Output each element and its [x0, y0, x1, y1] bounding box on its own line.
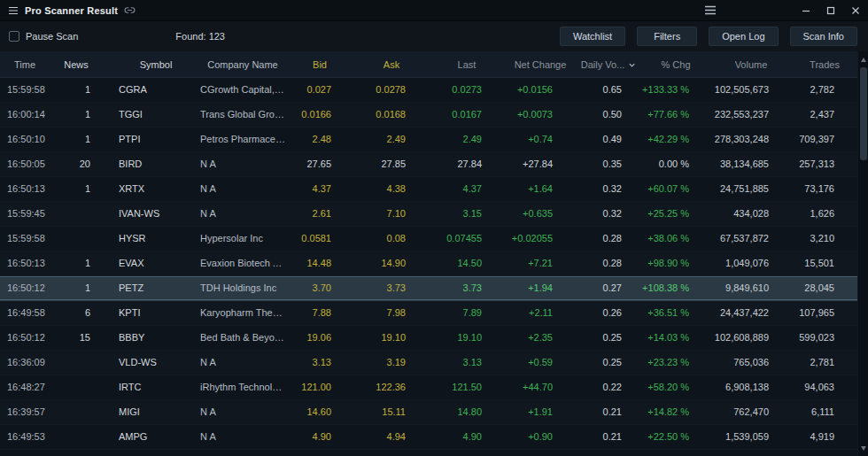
cell-trades: 709,397	[792, 128, 857, 151]
results-table: Time News Symbol Company Name Bid Ask La…	[0, 51, 868, 456]
pause-scan-label: Pause Scan	[26, 31, 78, 42]
column-header-trades[interactable]: Trades	[792, 51, 857, 77]
table-row[interactable]: 16:00:14 1 TGGI Trans Global Grou... 0.0…	[0, 103, 857, 128]
cell-last: 4.37	[429, 177, 505, 201]
cell-volume: 38,134,685	[710, 152, 792, 176]
cell-company: iRhythm Technolo...	[193, 375, 285, 399]
cell-trades: 73,176	[792, 177, 857, 201]
column-header-pctchg[interactable]: % Chg	[641, 51, 710, 77]
cell-daily-vol: 0.21	[576, 400, 641, 424]
table-row[interactable]: 16:50:05 20 BIRD N A 27.65 27.85 27.84 +…	[0, 152, 857, 177]
close-button[interactable]	[843, 0, 868, 20]
cell-bid: 3.13	[285, 351, 354, 375]
table-row[interactable]: 16:50:12 1 PETZ TDH Holdings Inc 3.70 3.…	[0, 276, 857, 301]
filters-button[interactable]: Filters	[637, 27, 697, 46]
table-row[interactable]: 16:36:09 VLD-WS N A 3.13 3.19 3.13 +0.59…	[0, 351, 857, 375]
cell-time: 15:59:45	[0, 202, 62, 226]
cell-news	[62, 351, 108, 375]
cell-ask: 19.10	[354, 326, 429, 350]
cell-net-change: +1.94	[505, 276, 576, 300]
table-row[interactable]: 16:50:13 1 EVAX Evaxion Biotech A/S 14.4…	[0, 251, 857, 276]
cell-news	[62, 227, 108, 251]
cell-volume: 1,049,076	[710, 251, 792, 275]
cell-news	[62, 400, 108, 424]
column-header-bid[interactable]: Bid	[285, 51, 354, 77]
cell-bid: 0.0166	[285, 103, 354, 127]
cell-time: 16:50:05	[0, 152, 62, 176]
cell-ask: 0.0278	[354, 78, 429, 102]
cell-daily-vol: 0.28	[576, 251, 641, 275]
column-header-time[interactable]: Time	[0, 51, 62, 77]
column-header-dailyvol[interactable]: Daily Vo...	[576, 51, 641, 77]
cell-trades: 599,023	[792, 326, 857, 350]
cell-pct-chg: +98.90 %	[641, 251, 710, 275]
table-row[interactable]: 16:49:53 AMPG N A 4.90 4.94 4.90 +0.90 0…	[0, 425, 857, 450]
cell-time: 15:59:58	[0, 227, 62, 251]
table-row[interactable]: 16:50:13 1 XRTX N A 4.37 4.38 4.37 +1.64…	[0, 177, 857, 202]
toolbar: Pause Scan Found: 123 Watchlist Filters …	[0, 21, 868, 51]
table-row[interactable]: 16:50:12 15 BBBY Bed Bath & Beyon... 19.…	[0, 326, 857, 351]
menu-icon[interactable]	[696, 0, 725, 20]
cell-bid: 3.70	[285, 276, 354, 300]
table-row[interactable]: 15:59:45 IVAN-WS N A 2.61 7.10 3.15 +0.6…	[0, 202, 857, 227]
table-row[interactable]: 15:59:58 HYSR Hypersolar Inc 0.0581 0.08…	[0, 227, 857, 251]
cell-bid: 27.65	[285, 152, 354, 176]
pause-scan-checkbox[interactable]: Pause Scan	[9, 31, 78, 42]
cell-trades: 107,965	[792, 301, 857, 325]
table-row[interactable]: 15:59:58 1 CGRA CGrowth Capital, I... 0.…	[0, 78, 857, 103]
cell-company: N A	[193, 400, 285, 424]
link-icon[interactable]	[124, 4, 136, 16]
cell-time: 16:49:58	[0, 301, 62, 325]
scrollbar[interactable]	[857, 51, 868, 456]
cell-volume: 1,539,059	[710, 425, 792, 449]
column-header-symbol[interactable]: Symbol	[108, 51, 193, 77]
cell-daily-vol: 0.25	[576, 326, 641, 350]
table-row[interactable]: 16:48:27 IRTC iRhythm Technolo... 121.00…	[0, 375, 857, 400]
cell-news	[62, 375, 108, 399]
window-title: Pro Scanner Result	[25, 5, 118, 16]
watchlist-button[interactable]: Watchlist	[560, 27, 625, 46]
cell-daily-vol: 0.65	[576, 78, 641, 102]
table-row[interactable]: 16:39:57 MIGI N A 14.60 15.11 14.80 +1.9…	[0, 400, 857, 425]
cell-volume: 232,553,237	[710, 103, 792, 127]
scroll-down-button[interactable]	[858, 442, 868, 454]
minimize-button[interactable]	[794, 0, 818, 20]
column-header-company[interactable]: Company Name	[193, 51, 285, 77]
column-header-news[interactable]: News	[62, 51, 108, 77]
cell-time: 16:00:14	[0, 103, 62, 127]
scan-info-button[interactable]: Scan Info	[790, 27, 857, 46]
open-log-button[interactable]: Open Log	[709, 27, 778, 46]
cell-trades: 2,437	[792, 103, 857, 127]
column-header-ask[interactable]: Ask	[354, 51, 429, 77]
table-header-row: Time News Symbol Company Name Bid Ask La…	[0, 51, 857, 78]
cell-company: N A	[193, 152, 285, 176]
cell-company: N A	[193, 425, 285, 449]
scroll-up-button[interactable]	[858, 53, 868, 66]
cell-news: 20	[62, 152, 108, 176]
cell-daily-vol: 0.25	[576, 351, 641, 375]
cell-time: 15:59:58	[0, 78, 62, 102]
cell-last: 0.0273	[429, 78, 505, 102]
cell-trades: 2,782	[792, 78, 857, 102]
column-header-netchange[interactable]: Net Change	[505, 51, 576, 77]
table-row[interactable]: 16:49:58 6 KPTI Karyopharm Thera... 7.88…	[0, 301, 857, 326]
cell-trades: 6,111	[792, 400, 857, 424]
maximize-button[interactable]	[818, 0, 843, 20]
cell-last: 2.49	[429, 128, 505, 151]
cell-bid: 14.60	[285, 400, 354, 424]
table-row[interactable]: 16:50:10 1 PTPI Petros Pharmaceu... 2.48…	[0, 128, 857, 152]
cell-company: Hypersolar Inc	[193, 227, 285, 251]
column-header-dailyvol-label: Daily Vo...	[581, 59, 625, 70]
cell-symbol: AMPG	[108, 425, 193, 449]
cell-trades: 4,919	[792, 425, 857, 449]
cell-net-change: +44.70	[505, 375, 576, 399]
cell-company: Trans Global Grou...	[193, 103, 285, 127]
column-header-volume[interactable]: Volume	[710, 51, 792, 77]
cell-bid: 121.00	[285, 375, 354, 399]
cell-time: 16:50:13	[0, 251, 62, 275]
cell-pct-chg: +23.23 %	[641, 351, 710, 375]
cell-bid: 2.61	[285, 202, 354, 226]
column-header-last[interactable]: Last	[429, 51, 505, 77]
scrollbar-thumb[interactable]	[860, 67, 867, 160]
cell-news: 1	[62, 276, 108, 300]
